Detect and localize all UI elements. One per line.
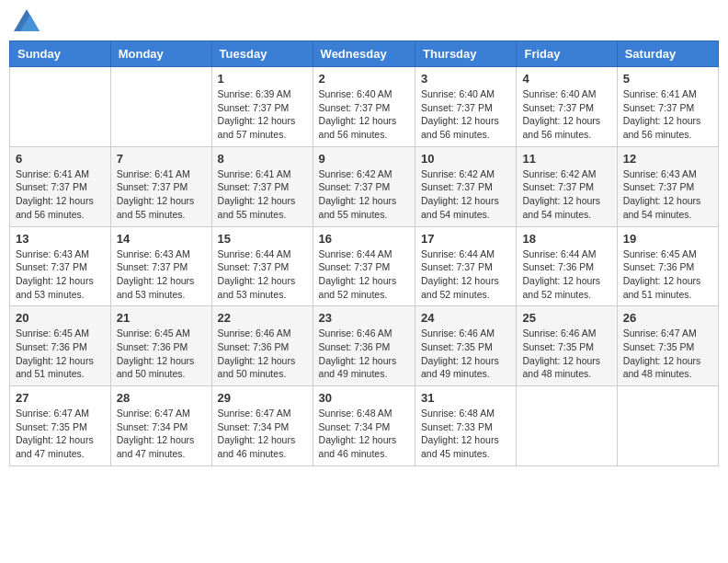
- calendar-day-cell: 19Sunrise: 6:45 AM Sunset: 7:36 PM Dayli…: [617, 226, 718, 306]
- calendar-day-cell: 13Sunrise: 6:43 AM Sunset: 7:37 PM Dayli…: [10, 226, 111, 306]
- day-info: Sunrise: 6:40 AM Sunset: 7:37 PM Dayligh…: [522, 87, 610, 142]
- day-info: Sunrise: 6:46 AM Sunset: 7:36 PM Dayligh…: [218, 327, 307, 381]
- day-info: Sunrise: 6:48 AM Sunset: 7:33 PM Dayligh…: [421, 407, 510, 461]
- day-number: 21: [117, 311, 206, 325]
- calendar-day-cell: 29Sunrise: 6:47 AM Sunset: 7:34 PM Dayli…: [211, 386, 313, 466]
- day-info: Sunrise: 6:41 AM Sunset: 7:37 PM Dayligh…: [117, 167, 206, 222]
- day-number: 2: [319, 72, 409, 86]
- calendar-day-cell: [10, 67, 111, 147]
- calendar-header-row: SundayMondayTuesdayWednesdayThursdayFrid…: [10, 41, 719, 67]
- day-number: 12: [623, 152, 712, 166]
- calendar-day-cell: 14Sunrise: 6:43 AM Sunset: 7:37 PM Dayli…: [110, 226, 211, 306]
- calendar-day-cell: 15Sunrise: 6:44 AM Sunset: 7:37 PM Dayli…: [211, 226, 313, 306]
- day-number: 16: [319, 232, 409, 246]
- day-number: 13: [16, 232, 105, 246]
- day-info: Sunrise: 6:48 AM Sunset: 7:34 PM Dayligh…: [319, 407, 409, 461]
- day-info: Sunrise: 6:46 AM Sunset: 7:35 PM Dayligh…: [522, 327, 610, 381]
- calendar-day-header: Thursday: [415, 41, 517, 67]
- day-info: Sunrise: 6:41 AM Sunset: 7:37 PM Dayligh…: [623, 87, 712, 142]
- day-info: Sunrise: 6:47 AM Sunset: 7:34 PM Dayligh…: [218, 407, 307, 461]
- calendar-day-cell: 8Sunrise: 6:41 AM Sunset: 7:37 PM Daylig…: [211, 146, 313, 226]
- calendar-day-cell: 7Sunrise: 6:41 AM Sunset: 7:37 PM Daylig…: [110, 146, 211, 226]
- day-info: Sunrise: 6:45 AM Sunset: 7:36 PM Dayligh…: [117, 327, 206, 381]
- day-number: 26: [623, 311, 712, 325]
- day-number: 8: [218, 152, 307, 166]
- calendar-week-row: 1Sunrise: 6:39 AM Sunset: 7:37 PM Daylig…: [10, 67, 719, 147]
- day-number: 29: [218, 391, 307, 405]
- day-info: Sunrise: 6:40 AM Sunset: 7:37 PM Dayligh…: [421, 87, 510, 142]
- day-info: Sunrise: 6:44 AM Sunset: 7:37 PM Dayligh…: [319, 247, 409, 302]
- day-number: 6: [16, 152, 105, 166]
- day-info: Sunrise: 6:45 AM Sunset: 7:36 PM Dayligh…: [623, 247, 712, 302]
- day-number: 20: [16, 311, 105, 325]
- day-number: 11: [522, 152, 610, 166]
- day-info: Sunrise: 6:42 AM Sunset: 7:37 PM Dayligh…: [522, 167, 610, 222]
- day-number: 25: [522, 311, 610, 325]
- day-number: 14: [117, 232, 206, 246]
- day-number: 7: [117, 152, 206, 166]
- calendar-day-cell: 2Sunrise: 6:40 AM Sunset: 7:37 PM Daylig…: [313, 67, 415, 147]
- calendar-day-cell: 11Sunrise: 6:42 AM Sunset: 7:37 PM Dayli…: [517, 146, 617, 226]
- day-number: 4: [522, 72, 610, 86]
- day-number: 30: [319, 391, 409, 405]
- calendar-day-cell: 24Sunrise: 6:46 AM Sunset: 7:35 PM Dayli…: [415, 306, 517, 386]
- calendar-day-cell: 10Sunrise: 6:42 AM Sunset: 7:37 PM Dayli…: [415, 146, 517, 226]
- day-number: 18: [522, 232, 610, 246]
- calendar-day-cell: 31Sunrise: 6:48 AM Sunset: 7:33 PM Dayli…: [415, 386, 517, 466]
- calendar-day-cell: [617, 386, 718, 466]
- day-info: Sunrise: 6:44 AM Sunset: 7:37 PM Dayligh…: [421, 247, 510, 302]
- day-info: Sunrise: 6:45 AM Sunset: 7:36 PM Dayligh…: [16, 327, 105, 381]
- day-info: Sunrise: 6:46 AM Sunset: 7:35 PM Dayligh…: [421, 327, 510, 381]
- day-number: 22: [218, 311, 307, 325]
- day-number: 5: [623, 72, 712, 86]
- day-info: Sunrise: 6:46 AM Sunset: 7:36 PM Dayligh…: [319, 327, 409, 381]
- calendar-day-cell: [110, 67, 211, 147]
- day-number: 15: [218, 232, 307, 246]
- day-info: Sunrise: 6:47 AM Sunset: 7:34 PM Dayligh…: [117, 407, 206, 461]
- calendar-day-header: Monday: [110, 41, 211, 67]
- calendar-day-header: Sunday: [10, 41, 111, 67]
- day-number: 3: [421, 72, 510, 86]
- day-info: Sunrise: 6:42 AM Sunset: 7:37 PM Dayligh…: [421, 167, 510, 222]
- calendar-day-cell: 16Sunrise: 6:44 AM Sunset: 7:37 PM Dayli…: [313, 226, 415, 306]
- day-number: 9: [319, 152, 409, 166]
- calendar-day-cell: 26Sunrise: 6:47 AM Sunset: 7:35 PM Dayli…: [617, 306, 718, 386]
- calendar-day-cell: 5Sunrise: 6:41 AM Sunset: 7:37 PM Daylig…: [617, 67, 718, 147]
- calendar-day-cell: 21Sunrise: 6:45 AM Sunset: 7:36 PM Dayli…: [110, 306, 211, 386]
- calendar-day-cell: 3Sunrise: 6:40 AM Sunset: 7:37 PM Daylig…: [415, 67, 517, 147]
- day-info: Sunrise: 6:41 AM Sunset: 7:37 PM Dayligh…: [16, 167, 105, 222]
- day-info: Sunrise: 6:44 AM Sunset: 7:36 PM Dayligh…: [522, 247, 610, 302]
- day-info: Sunrise: 6:44 AM Sunset: 7:37 PM Dayligh…: [218, 247, 307, 302]
- calendar-week-row: 6Sunrise: 6:41 AM Sunset: 7:37 PM Daylig…: [10, 146, 719, 226]
- calendar-week-row: 13Sunrise: 6:43 AM Sunset: 7:37 PM Dayli…: [10, 226, 719, 306]
- day-number: 28: [117, 391, 206, 405]
- logo: [14, 9, 43, 31]
- calendar-day-header: Saturday: [617, 41, 718, 67]
- day-info: Sunrise: 6:47 AM Sunset: 7:35 PM Dayligh…: [16, 407, 105, 461]
- day-number: 27: [16, 391, 105, 405]
- calendar-day-cell: 20Sunrise: 6:45 AM Sunset: 7:36 PM Dayli…: [10, 306, 111, 386]
- day-number: 10: [421, 152, 510, 166]
- page-header: [9, 9, 719, 31]
- calendar-day-cell: 28Sunrise: 6:47 AM Sunset: 7:34 PM Dayli…: [110, 386, 211, 466]
- calendar-day-cell: 4Sunrise: 6:40 AM Sunset: 7:37 PM Daylig…: [517, 67, 617, 147]
- day-info: Sunrise: 6:41 AM Sunset: 7:37 PM Dayligh…: [218, 167, 307, 222]
- calendar-day-cell: 12Sunrise: 6:43 AM Sunset: 7:37 PM Dayli…: [617, 146, 718, 226]
- day-info: Sunrise: 6:43 AM Sunset: 7:37 PM Dayligh…: [117, 247, 206, 302]
- day-info: Sunrise: 6:42 AM Sunset: 7:37 PM Dayligh…: [319, 167, 409, 222]
- day-info: Sunrise: 6:43 AM Sunset: 7:37 PM Dayligh…: [623, 167, 712, 222]
- logo-icon: [14, 9, 40, 31]
- day-number: 24: [421, 311, 510, 325]
- day-number: 31: [421, 391, 510, 405]
- day-number: 19: [623, 232, 712, 246]
- calendar-day-cell: 23Sunrise: 6:46 AM Sunset: 7:36 PM Dayli…: [313, 306, 415, 386]
- calendar-day-cell: [517, 386, 617, 466]
- calendar-day-cell: 25Sunrise: 6:46 AM Sunset: 7:35 PM Dayli…: [517, 306, 617, 386]
- calendar-week-row: 27Sunrise: 6:47 AM Sunset: 7:35 PM Dayli…: [10, 386, 719, 466]
- calendar-day-header: Friday: [517, 41, 617, 67]
- calendar-day-cell: 1Sunrise: 6:39 AM Sunset: 7:37 PM Daylig…: [211, 67, 313, 147]
- day-number: 1: [218, 72, 307, 86]
- calendar-day-cell: 22Sunrise: 6:46 AM Sunset: 7:36 PM Dayli…: [211, 306, 313, 386]
- day-info: Sunrise: 6:47 AM Sunset: 7:35 PM Dayligh…: [623, 327, 712, 381]
- calendar-day-cell: 9Sunrise: 6:42 AM Sunset: 7:37 PM Daylig…: [313, 146, 415, 226]
